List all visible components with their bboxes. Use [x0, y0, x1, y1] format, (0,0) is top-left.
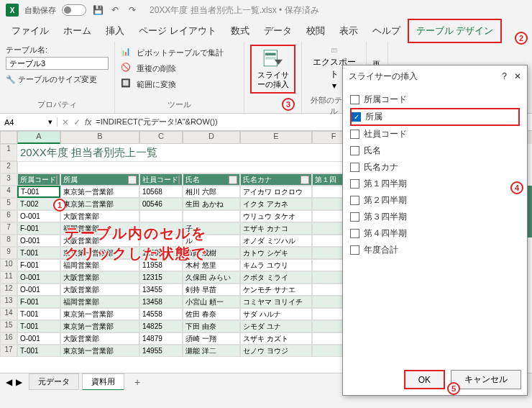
sheet-tab-active[interactable]: 資料用 [82, 373, 124, 391]
checkbox-icon[interactable] [350, 163, 359, 172]
cell[interactable]: 大阪営業部 [60, 271, 139, 284]
select-all-corner[interactable] [0, 131, 17, 144]
cell[interactable]: 加藤 成樹 [183, 247, 240, 259]
cell[interactable]: T-001 [17, 247, 60, 259]
cell[interactable]: F-001 [17, 259, 60, 271]
cell[interactable]: 東京第一営業部 [60, 320, 139, 332]
cell[interactable]: 福岡営業部 [60, 296, 139, 308]
checkbox-icon[interactable] [350, 179, 359, 189]
cell[interactable]: 大阪営業部 [60, 284, 139, 296]
cell[interactable]: 東京第一営業部 [60, 308, 139, 320]
cell[interactable]: 00546 [139, 198, 183, 210]
tab-home[interactable]: ホーム [56, 20, 98, 42]
cell[interactable]: O-001 [17, 284, 60, 296]
cell[interactable]: クボタ ミライ [240, 271, 312, 284]
cell[interactable]: サダ ハルナ [240, 308, 312, 320]
cell[interactable]: 東京第二営業部 [60, 198, 139, 210]
sheet-nav-prev-icon[interactable]: ◀ [6, 377, 12, 387]
table-header[interactable]: 氏名カナ [240, 173, 312, 186]
fx-icon[interactable]: fx [85, 117, 91, 127]
cell[interactable]: キムラ ユウリ [240, 259, 312, 271]
cell[interactable]: イクタ アカネ [240, 198, 312, 210]
sheet-tab[interactable]: 元データ [29, 373, 79, 390]
cell[interactable]: 相川 六郎 [183, 186, 240, 198]
slicer-option[interactable]: 第３四半期 [350, 209, 520, 225]
cell[interactable]: O-001 [17, 271, 60, 284]
table-header[interactable]: 所属 [60, 173, 139, 186]
cell[interactable]: 剣持 早苗 [183, 284, 240, 296]
resize-table-button[interactable]: 🔧 テーブルのサイズ変更 [6, 74, 109, 85]
slicer-option[interactable]: 所属コード [350, 91, 520, 108]
checkbox-icon[interactable] [350, 146, 359, 155]
cell[interactable] [183, 210, 240, 222]
cell[interactable]: T-001 [17, 186, 60, 198]
cell[interactable] [139, 235, 183, 247]
filter-dropdown-icon[interactable] [178, 176, 180, 184]
sheet-nav-next-icon[interactable]: ▶ [16, 377, 22, 387]
checkbox-icon[interactable] [350, 95, 359, 104]
col-header[interactable]: E [240, 131, 312, 144]
formula-input[interactable]: =INDIRECT("元データ!A"&ROW()) [96, 117, 217, 127]
close-icon[interactable]: ✕ [514, 71, 521, 81]
row-header[interactable]: 12 [0, 284, 17, 296]
cell[interactable]: 14879 [139, 332, 183, 345]
row-header[interactable]: 14 [0, 308, 17, 320]
tab-insert[interactable]: 挿入 [98, 20, 132, 42]
slicer-option[interactable]: 社員コード [350, 126, 520, 142]
cell[interactable]: 東京第一営業部 [60, 345, 139, 357]
cell[interactable]: シモダ ユナ [240, 320, 312, 332]
cell[interactable]: 11589 [139, 247, 183, 259]
slicer-option[interactable]: 第４四半期 [350, 225, 520, 242]
cell[interactable]: 久保田 みらい [183, 271, 240, 284]
convert-range-button[interactable]: 🔲範囲に変換 [121, 76, 238, 92]
tab-pagelayout[interactable]: ページ レイアウト [132, 20, 224, 42]
cell[interactable]: 木村 悠里 [183, 259, 240, 271]
add-sheet-button[interactable]: + [127, 374, 147, 390]
row-header[interactable]: 4 [0, 186, 17, 198]
col-header[interactable]: C [139, 131, 183, 144]
cell[interactable]: ル [183, 235, 240, 247]
cell[interactable]: 大阪営業部 [60, 332, 139, 345]
filter-dropdown-icon[interactable] [56, 176, 58, 184]
table-name-input[interactable] [6, 57, 109, 70]
cell[interactable]: コミヤマ ヨリイチ [240, 296, 312, 308]
cell[interactable]: 佐田 春奈 [183, 308, 240, 320]
cell[interactable]: 14825 [139, 320, 183, 332]
tab-formulas[interactable]: 数式 [224, 20, 257, 42]
cell[interactable]: 14955 [139, 345, 183, 357]
tab-view[interactable]: 表示 [332, 20, 365, 42]
row-header[interactable]: 15 [0, 320, 17, 332]
cell[interactable]: スザキ カズト [240, 332, 312, 345]
row-header[interactable]: 5 [0, 198, 17, 210]
slicer-option[interactable]: 第１四半期 [350, 176, 520, 192]
tab-table-design[interactable]: テーブル デザイン [408, 19, 503, 43]
cell[interactable]: 福岡営業部 [60, 259, 139, 271]
checkbox-icon[interactable]: ✓ [352, 112, 361, 122]
chevron-down-icon[interactable]: ▾ [48, 117, 52, 127]
tab-file[interactable]: ファイル [4, 20, 56, 42]
row-header[interactable]: 2 [0, 161, 17, 173]
pivot-button[interactable]: 📊ピボットテーブルで集計 [121, 45, 238, 60]
ok-button[interactable]: OK [404, 370, 445, 389]
cell[interactable]: カトウ シゲキ [240, 247, 312, 259]
cell[interactable]: オノダ ミツハル [240, 235, 312, 247]
cell[interactable]: O-001 [17, 210, 60, 222]
cell[interactable]: ウリュウ タケオ [240, 210, 312, 222]
name-box[interactable]: A4▾ [0, 117, 58, 127]
cell[interactable]: T-001 [17, 320, 60, 332]
row-header[interactable]: 9 [0, 247, 17, 259]
autosave-toggle[interactable] [62, 4, 86, 16]
fx-confirm-icon[interactable]: ✓ [73, 117, 81, 127]
tab-review[interactable]: 校閲 [299, 20, 332, 42]
row-header[interactable]: 3 [0, 173, 17, 186]
cell[interactable]: 須崎 一翔 [183, 332, 240, 345]
cell[interactable]: アイカワ ロクロウ [240, 186, 312, 198]
row-header[interactable]: 10 [0, 259, 17, 271]
undo-icon[interactable]: ↶ [109, 4, 121, 16]
col-header[interactable]: B [60, 131, 139, 144]
row-header[interactable]: 13 [0, 296, 17, 308]
table-header[interactable]: 社員コード [139, 173, 183, 186]
cell[interactable]: O-001 [17, 235, 60, 247]
row-header[interactable]: 1 [0, 144, 17, 161]
cell[interactable]: エザキ カナコ [240, 222, 312, 235]
